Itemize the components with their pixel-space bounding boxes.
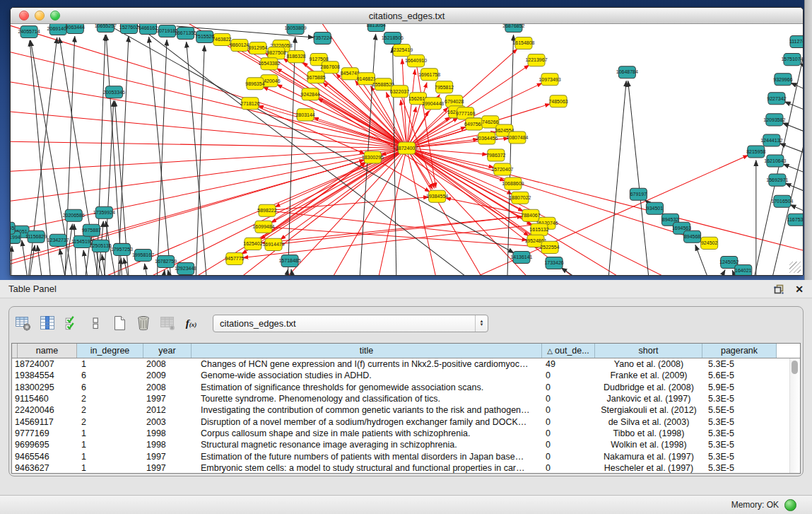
zoom-traffic-light-icon[interactable] bbox=[50, 11, 60, 21]
network-node[interactable]: 18807022 bbox=[509, 192, 531, 204]
network-node[interactable]: 6322037 bbox=[390, 86, 409, 98]
network-node[interactable]: 7955812 bbox=[435, 81, 454, 93]
network-node[interactable]: 15720407 bbox=[491, 163, 513, 175]
network-node[interactable]: 15751074 bbox=[781, 54, 803, 66]
network-node[interactable]: 17359924 bbox=[93, 206, 115, 218]
network-node[interactable]: 9227342 bbox=[767, 93, 786, 105]
network-node[interactable]: 12342737 bbox=[47, 234, 69, 246]
network-node[interactable]: 7485063 bbox=[548, 95, 567, 107]
network-node[interactable]: 10807484 bbox=[506, 132, 528, 144]
network-node[interactable]: 1167533 bbox=[787, 214, 803, 226]
table-row[interactable]: 2242004622012Investigating the contribut… bbox=[12, 404, 800, 416]
network-edge[interactable] bbox=[102, 255, 110, 275]
network-node[interactable]: 6466162 bbox=[139, 24, 158, 35]
column-header-out-de-[interactable]: △out_de... bbox=[542, 344, 595, 358]
network-edge[interactable] bbox=[507, 35, 514, 275]
network-canvas[interactable]: 1872400774638229860124891295423226058982… bbox=[11, 24, 803, 275]
network-node[interactable]: 15218506 bbox=[382, 33, 404, 45]
delete-columns-button[interactable] bbox=[134, 314, 153, 333]
network-node[interactable]: 19384554 bbox=[426, 190, 448, 202]
minimize-traffic-light-icon[interactable] bbox=[35, 11, 45, 21]
table-row[interactable]: 969969511998Structural magnetic resonanc… bbox=[12, 439, 800, 450]
network-node[interactable]: 12923448 bbox=[175, 262, 196, 274]
network-edge[interactable] bbox=[11, 148, 407, 268]
network-edge[interactable] bbox=[74, 224, 78, 275]
network-edge[interactable] bbox=[628, 81, 652, 275]
table-row[interactable]: 977716911998Corpus callosum shape and si… bbox=[12, 428, 800, 439]
network-node[interactable]: 17957253 bbox=[111, 243, 133, 255]
network-node[interactable]: 9329966 bbox=[773, 74, 792, 86]
network-node[interactable]: 10973493 bbox=[539, 74, 560, 86]
network-node[interactable]: 12325419 bbox=[391, 45, 413, 57]
network-node[interactable]: 20364456 bbox=[476, 132, 498, 144]
network-node[interactable]: 894568 bbox=[684, 230, 701, 243]
network-node[interactable]: 1527602 bbox=[119, 24, 139, 34]
table-row[interactable]: 1456911722003Disruption of a novel membe… bbox=[12, 416, 800, 427]
network-node[interactable]: 16914479 bbox=[262, 238, 284, 250]
network-node[interactable]: 2522554 bbox=[540, 241, 559, 253]
network-node[interactable]: 16671355 bbox=[175, 28, 196, 40]
network-edge[interactable] bbox=[264, 162, 365, 227]
table-selector-dropdown[interactable]: citations_edges.txt ▲▼ bbox=[213, 315, 488, 332]
network-edge[interactable] bbox=[280, 269, 288, 275]
network-node[interactable]: 9860124 bbox=[230, 40, 249, 52]
resize-grip-icon[interactable] bbox=[789, 262, 801, 273]
network-node[interactable]: 679197 bbox=[630, 188, 647, 200]
network-node[interactable]: 7884067 bbox=[521, 209, 540, 221]
network-node[interactable]: 12213967 bbox=[525, 54, 547, 66]
network-node[interactable]: 20206586 bbox=[63, 209, 85, 221]
network-edge[interactable] bbox=[705, 270, 725, 275]
column-header-year[interactable]: year bbox=[143, 344, 192, 358]
network-node[interactable]: 14136141 bbox=[510, 251, 532, 263]
network-edge[interactable] bbox=[145, 264, 153, 275]
network-edge[interactable] bbox=[402, 59, 406, 148]
network-node[interactable]: 6497568 bbox=[464, 118, 483, 130]
network-node[interactable]: 1615132 bbox=[529, 223, 548, 235]
network-node[interactable]: 9777169 bbox=[456, 107, 475, 119]
clear-checkboxes-button[interactable] bbox=[86, 314, 105, 333]
table-row[interactable]: 1872400712008Changes of HCN gene express… bbox=[12, 358, 800, 370]
network-node[interactable]: 19958167 bbox=[132, 249, 154, 261]
network-node[interactable]: 9063444 bbox=[66, 24, 85, 34]
network-edge[interactable] bbox=[784, 102, 803, 127]
show-hide-columns-button[interactable] bbox=[37, 314, 57, 333]
table-vertical-scrollbar[interactable] bbox=[789, 358, 800, 473]
network-node[interactable]: 9242844 bbox=[301, 88, 320, 100]
network-node[interactable]: 15718485 bbox=[278, 255, 300, 267]
network-node[interactable]: 15692971 bbox=[766, 174, 788, 186]
column-header-name[interactable]: name bbox=[18, 344, 77, 358]
network-node[interactable]: 1733426 bbox=[544, 257, 563, 269]
network-edge[interactable] bbox=[561, 268, 620, 275]
network-node[interactable]: 8215958 bbox=[746, 146, 765, 158]
network-node[interactable]: 20053346 bbox=[103, 86, 125, 98]
network-node[interactable]: 164021 bbox=[735, 264, 752, 275]
scrollbar-thumb[interactable] bbox=[792, 361, 798, 374]
network-node[interactable]: 16961758 bbox=[418, 69, 440, 81]
network-node[interactable]: 7357224 bbox=[313, 33, 332, 45]
network-node[interactable]: 16543382 bbox=[258, 58, 280, 70]
network-node[interactable]: 26876852 bbox=[502, 24, 524, 33]
network-node[interactable]: 931145 bbox=[11, 222, 15, 234]
network-node[interactable]: 12505135 bbox=[90, 240, 112, 252]
table-row[interactable]: 1830029562008Estimation of significance … bbox=[12, 382, 800, 393]
network-node[interactable]: 1625402 bbox=[243, 238, 262, 250]
float-panel-icon[interactable] bbox=[774, 284, 784, 294]
network-node[interactable]: 16782759 bbox=[155, 255, 177, 267]
network-node[interactable]: 16099484 bbox=[252, 221, 274, 233]
network-node[interactable]: 18300295 bbox=[362, 151, 384, 163]
network-edge[interactable] bbox=[407, 148, 726, 275]
network-node[interactable]: 10655257 bbox=[95, 24, 117, 33]
network-edge[interactable] bbox=[372, 158, 430, 192]
network-node[interactable]: 9457775 bbox=[225, 252, 244, 264]
table-row[interactable]: 911546021997Tourette syndrome. Phenomeno… bbox=[12, 393, 800, 404]
network-edge[interactable] bbox=[187, 42, 209, 275]
network-node[interactable]: 17016504 bbox=[771, 195, 793, 207]
network-node[interactable]: 10648784 bbox=[616, 66, 638, 78]
network-edge[interactable] bbox=[95, 35, 105, 275]
network-node[interactable]: 8912954 bbox=[248, 42, 267, 54]
network-node[interactable]: 1112747 bbox=[789, 36, 803, 48]
close-traffic-light-icon[interactable] bbox=[19, 11, 29, 21]
network-edge[interactable] bbox=[156, 40, 167, 275]
delete-table-disabled-button[interactable] bbox=[158, 314, 177, 333]
network-node[interactable]: 12444132 bbox=[760, 134, 782, 146]
